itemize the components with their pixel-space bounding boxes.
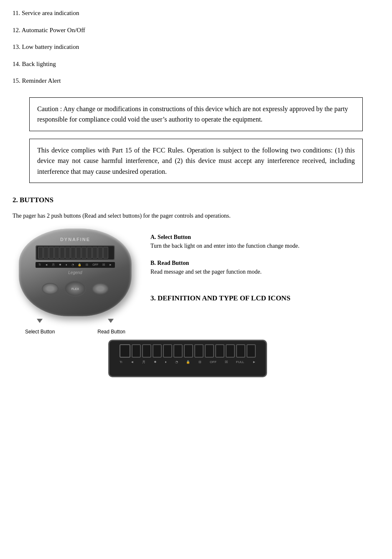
screen-cell xyxy=(71,247,76,259)
screen-cell xyxy=(60,247,65,259)
lcd-icon-edit: ☒ xyxy=(225,360,228,365)
lcd-cell xyxy=(215,344,224,358)
caution-box: Caution : Any change or modifications in… xyxy=(29,97,363,131)
list-item-15: 15. Reminder Alert xyxy=(13,76,379,86)
section-2-heading: 2. BUTTONS xyxy=(13,195,379,206)
arrow-down-left xyxy=(37,319,43,323)
screen-cell xyxy=(92,247,97,259)
screen-cell xyxy=(81,247,87,259)
button-a-title: A. Select Button xyxy=(150,233,379,241)
pager-flex-label: FLEX xyxy=(71,287,79,291)
pager-brand-label: DYNAFINE xyxy=(60,236,90,243)
screen-cell xyxy=(65,247,70,259)
lcd-icons-row-large: Ti ◄ 月 ✸ ♦ ◔ 🔒 ⊟ OFF ☒ FULL ► xyxy=(114,360,262,365)
screen-cell xyxy=(54,247,59,259)
lcd-cell xyxy=(153,344,162,358)
lcd-icon-diamond: ♦ xyxy=(165,360,167,365)
button-b-text: Read message and set the pager function … xyxy=(150,267,379,276)
lcd-cell xyxy=(142,344,151,358)
lcd-cell xyxy=(132,344,141,358)
screen-cell xyxy=(49,247,54,259)
lcd-icon-star: ✸ xyxy=(154,360,157,365)
arrow-down-right xyxy=(108,319,114,323)
fcc-box: This device complies with Part 15 of the… xyxy=(29,139,363,183)
pager-screen xyxy=(36,245,115,260)
pager-icons-row: Ti ◄ 月 ✸ ♦ ◔ 🔒 ⊟ OFF ☒ ► xyxy=(36,262,115,268)
list-item-14: 14. Back lighting xyxy=(13,59,379,69)
pager-button-right[interactable] xyxy=(92,283,109,295)
button-a-text: Turn the back light on and enter into th… xyxy=(150,241,379,250)
lcd-screen-large: Ti ◄ 月 ✸ ♦ ◔ 🔒 ⊟ OFF ☒ FULL ► xyxy=(108,340,267,377)
lcd-icon-ti: Ti xyxy=(120,360,122,365)
lcd-icon-clock: ◔ xyxy=(175,360,178,365)
screen-cell xyxy=(38,247,43,259)
lcd-cell xyxy=(184,344,193,358)
list-item-12: 12. Automatic Power On/Off xyxy=(13,25,379,35)
lcd-cell xyxy=(205,344,214,358)
pager-buttons-row: FLEX xyxy=(42,281,109,297)
lcd-icon-lock: 🔒 xyxy=(186,360,190,365)
list-section: 11. Service area indication 12. Automati… xyxy=(13,8,379,86)
pager-legend-label: Legend xyxy=(68,269,82,276)
lcd-icon-full: FULL xyxy=(236,360,244,365)
screen-cell xyxy=(98,247,103,259)
lcd-icon-arrow: ◄ xyxy=(130,360,134,365)
lcd-cell xyxy=(236,344,245,358)
pager-device: DYNAFINE xyxy=(19,229,132,316)
section-2-description: The pager has 2 push buttons (Read and s… xyxy=(13,211,379,220)
section-3-heading: 3. DEFINITION AND TYPE OF LCD ICONS xyxy=(150,293,379,304)
pager-image-container: DYNAFINE xyxy=(13,229,138,335)
list-item-11: 11. Service area indication xyxy=(13,8,379,18)
lcd-icon-play: ► xyxy=(252,360,256,365)
lcd-icon-moon: 月 xyxy=(142,360,145,365)
lcd-cell xyxy=(163,344,172,358)
list-item-13: 13. Low battery indication xyxy=(13,42,379,52)
lcd-cell xyxy=(194,344,204,358)
button-b-block: B. Read Button Read message and set the … xyxy=(150,259,379,276)
screen-cell xyxy=(76,247,81,259)
lcd-cell xyxy=(226,344,235,358)
lcd-icon-memo: ⊟ xyxy=(199,360,201,365)
buttons-layout: DYNAFINE xyxy=(13,229,379,335)
read-button-label: Read Button xyxy=(97,328,125,335)
lcd-cell xyxy=(173,344,183,358)
button-a-block: A. Select Button Turn the back light on … xyxy=(150,233,379,250)
lcd-cells-top-row xyxy=(120,344,256,358)
buttons-info: A. Select Button Turn the back light on … xyxy=(138,229,379,310)
lcd-icon-off: OFF xyxy=(210,360,216,365)
screen-cell xyxy=(103,247,108,259)
section-2: 2. BUTTONS The pager has 2 push buttons … xyxy=(13,195,379,335)
screen-cell xyxy=(87,247,92,259)
lcd-cell-first xyxy=(120,344,130,358)
section-3: Ti ◄ 月 ✸ ♦ ◔ 🔒 ⊟ OFF ☒ FULL ► xyxy=(13,340,379,377)
pager-button-center[interactable]: FLEX xyxy=(64,281,86,297)
pager-arrows xyxy=(29,319,121,323)
select-button-label: Select Button xyxy=(25,328,55,335)
lcd-cell xyxy=(247,344,256,358)
button-b-title: B. Read Button xyxy=(150,259,379,267)
screen-cell xyxy=(43,247,48,259)
pager-footer-labels: Select Button Read Button xyxy=(25,328,125,335)
pager-button-left[interactable] xyxy=(42,283,59,295)
